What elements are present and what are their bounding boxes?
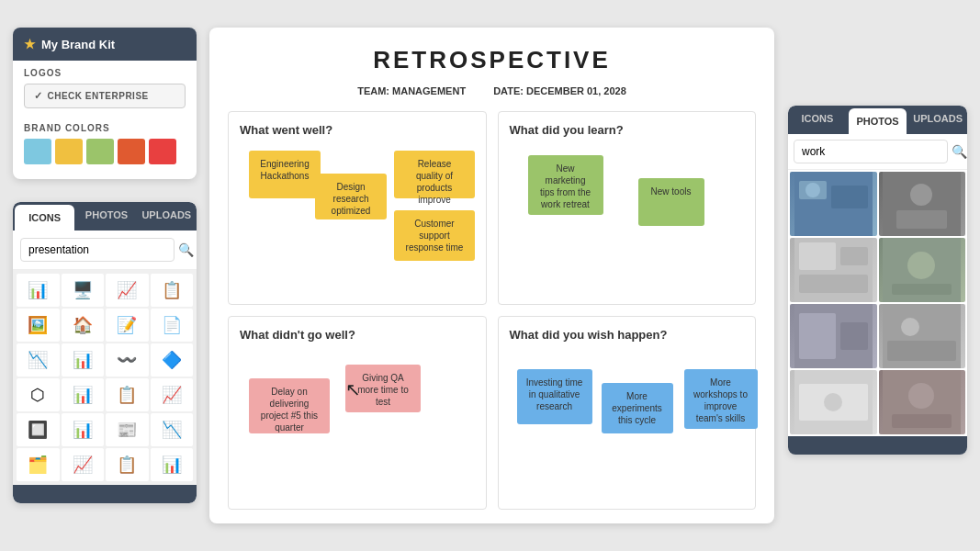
icon-cell-22[interactable]: 📈	[62, 448, 105, 481]
icon-cell-10[interactable]: 📊	[62, 343, 105, 377]
icon-cell-24[interactable]: 📊	[151, 448, 194, 481]
sticky-note-5[interactable]: New marketing tips from the work retreat	[528, 155, 603, 215]
icon-cell-8[interactable]: 📄	[151, 309, 194, 342]
sticky-note-7[interactable]: Delay on delivering project #5 this quar…	[249, 378, 330, 433]
photo-cell-8[interactable]	[879, 370, 966, 434]
logos-section: LOGOS ✓ CHECK ENTERPRISE	[13, 61, 197, 116]
quadrant-learned: What did you learn? New marketing tips f…	[498, 111, 757, 305]
photo-7-image	[794, 370, 873, 434]
logos-label: LOGOS	[24, 68, 186, 78]
photo-6-image	[883, 304, 961, 368]
quadrant-didnt-go-well: What didn't go well? ↖ Delay on deliveri…	[228, 316, 487, 510]
brand-colors-section: BRAND COLORS	[13, 116, 197, 172]
photo-cell-1[interactable]	[790, 172, 877, 236]
icon-cell-4[interactable]: 📋	[151, 274, 194, 307]
quadrant-title-2: What did you learn?	[510, 123, 745, 137]
sticky-note-10[interactable]: More experiments this cycle	[602, 383, 673, 433]
right-search-button[interactable]: 🔍	[952, 144, 967, 159]
quadrant-wish: What did you wish happen? Investing time…	[498, 316, 757, 510]
icon-cell-9[interactable]: 📉	[17, 343, 60, 377]
sticky-note-1[interactable]: Engineering Hackathons	[249, 151, 321, 198]
board-team: TEAM: MANAGEMENT	[357, 85, 466, 96]
svg-rect-6	[896, 210, 947, 229]
tab-photos[interactable]: PHOTOS	[76, 202, 136, 231]
color-swatch-3[interactable]	[86, 139, 114, 164]
photo-cell-6[interactable]	[879, 304, 966, 368]
color-swatch-1[interactable]	[24, 139, 51, 164]
photo-5-image	[794, 304, 873, 368]
right-tab-icons[interactable]: ICONS	[788, 106, 847, 134]
right-tab-photos[interactable]: PHOTOS	[849, 108, 907, 134]
icon-cell-13[interactable]: ⬡	[17, 378, 60, 411]
svg-point-3	[805, 183, 820, 197]
svg-rect-16	[840, 322, 868, 350]
photo-3-image	[794, 238, 873, 302]
icon-cell-14[interactable]: 📊	[62, 378, 105, 411]
photo-cell-5[interactable]	[790, 304, 877, 368]
icons-search-button[interactable]: 🔍	[178, 242, 194, 257]
team-label: TEAM:	[357, 85, 389, 96]
icon-cell-16[interactable]: 📈	[151, 378, 194, 411]
tab-icons[interactable]: ICONS	[15, 205, 74, 231]
photo-cell-7[interactable]	[790, 370, 877, 434]
icon-cell-15[interactable]: 📋	[106, 378, 149, 411]
icon-cell-2[interactable]: 🖥️	[62, 274, 105, 307]
check-enterprise-button[interactable]: ✓ CHECK ENTERPRISE	[24, 84, 186, 108]
panel-tabs: ICONS PHOTOS UPLOADS	[13, 202, 197, 231]
retrospective-board: RETROSPECTIVE TEAM: MANAGEMENT DATE: DEC…	[209, 28, 774, 523]
photo-cell-4[interactable]	[879, 238, 966, 302]
sticky-note-6[interactable]: New tools	[638, 178, 704, 226]
icon-cell-12[interactable]: 🔷	[151, 343, 194, 377]
icon-cell-7[interactable]: 📝	[106, 309, 149, 342]
color-swatch-4[interactable]	[118, 139, 145, 164]
sticky-note-9[interactable]: Investing time in qualitative research	[517, 369, 592, 424]
color-swatch-2[interactable]	[55, 139, 83, 164]
icon-cell-3[interactable]: 📈	[106, 274, 149, 307]
check-enterprise-label: CHECK ENTERPRISE	[48, 91, 149, 101]
sticky-note-11[interactable]: More workshops to improve team's skills	[684, 369, 758, 429]
date-value: DECEMBER 01, 2028	[526, 85, 626, 96]
sticky-note-4[interactable]: Customer support response time	[394, 210, 475, 261]
board-title: RETROSPECTIVE	[228, 46, 756, 74]
sticky-note-8[interactable]: Giving QA more time to test	[345, 365, 421, 412]
photo-cell-3[interactable]	[790, 238, 877, 302]
photo-8-image	[883, 370, 961, 434]
color-swatches	[24, 139, 186, 164]
icon-grid: 📊 🖥️ 📈 📋 🖼️ 🏠 📝 📄 📉 📊 〰️ 🔷 ⬡ 📊 📋 📈 🔲 📊 📰…	[13, 270, 197, 485]
icon-cell-5[interactable]: 🖼️	[17, 309, 60, 342]
photo-cell-2[interactable]	[879, 172, 966, 236]
right-panel-footer	[788, 436, 967, 455]
quadrant-went-well: What went well? Engineering Hackathons D…	[228, 111, 487, 305]
photo-2-image	[883, 172, 961, 236]
check-icon: ✓	[34, 90, 43, 102]
icon-cell-23[interactable]: 📋	[106, 448, 149, 481]
sticky-note-3[interactable]: Release quality of products improve	[394, 151, 475, 198]
right-tab-uploads[interactable]: UPLOADS	[908, 106, 967, 134]
svg-rect-8	[799, 242, 836, 270]
svg-rect-19	[887, 341, 956, 361]
sticky-note-2[interactable]: Design research optimized	[315, 174, 387, 219]
date-label: DATE:	[493, 85, 524, 96]
quadrant-title-3: What didn't go well?	[240, 328, 475, 342]
color-swatch-5[interactable]	[149, 139, 176, 164]
icon-cell-21[interactable]: 🗂️	[17, 448, 60, 481]
icons-panel-footer	[13, 485, 197, 503]
right-search-bar: 🔍	[788, 134, 967, 170]
icon-cell-1[interactable]: 📊	[17, 274, 60, 307]
icons-search-input[interactable]	[20, 238, 175, 262]
board-grid: What went well? Engineering Hackathons D…	[228, 111, 756, 510]
icon-cell-17[interactable]: 🔲	[17, 413, 60, 446]
icon-cell-19[interactable]: 📰	[106, 413, 149, 446]
board-date: DATE: DECEMBER 01, 2028	[493, 85, 626, 96]
svg-rect-2	[831, 186, 868, 208]
right-search-input[interactable]	[794, 140, 948, 163]
tab-uploads[interactable]: UPLOADS	[137, 202, 197, 231]
icon-cell-11[interactable]: 〰️	[106, 343, 149, 377]
icon-cell-20[interactable]: 📉	[151, 413, 194, 446]
svg-rect-9	[840, 247, 868, 265]
icon-cell-6[interactable]: 🏠	[62, 309, 105, 342]
svg-point-12	[907, 252, 935, 279]
star-icon: ★	[24, 37, 36, 51]
icon-cell-18[interactable]: 📊	[62, 413, 105, 446]
svg-point-24	[908, 383, 934, 409]
